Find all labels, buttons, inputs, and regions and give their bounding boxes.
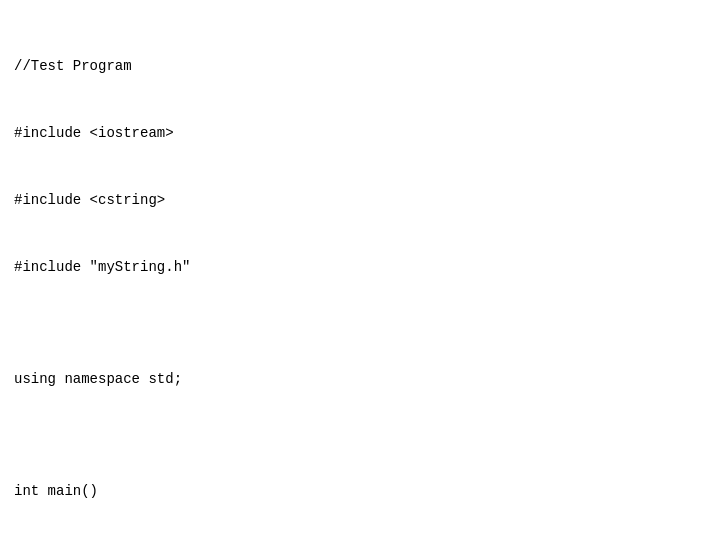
code-line-04: #include "myString.h" [14,256,706,278]
code-line-02: #include <iostream> [14,122,706,144]
code-editor: //Test Program #include <iostream> #incl… [0,0,720,540]
code-line-03: #include <cstring> [14,189,706,211]
code-line-08: int main() [14,480,706,502]
code-line-06: using namespace std; [14,368,706,390]
code-line-01: //Test Program [14,55,706,77]
